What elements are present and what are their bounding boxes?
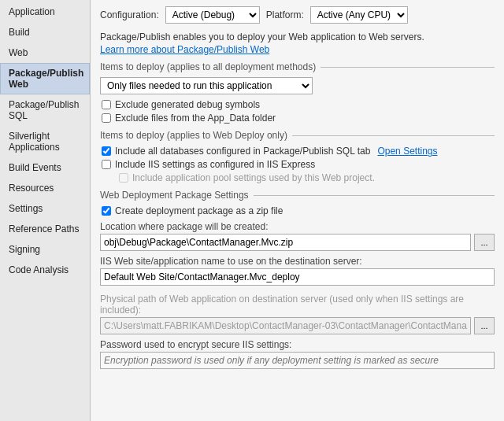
exclude-debug-row: Exclude generated debug symbols (100, 99, 495, 110)
location-browse-btn[interactable]: ... (474, 234, 495, 251)
apppool-checkbox[interactable] (119, 173, 128, 183)
exclude-appdata-checkbox[interactable] (102, 113, 111, 123)
exclude-debug-label: Exclude generated debug symbols (115, 99, 260, 110)
location-input[interactable] (100, 234, 471, 251)
password-input[interactable] (100, 352, 495, 369)
sidebar: Application Build Web Package/Publish We… (0, 0, 91, 421)
sidebar-item-silverlight[interactable]: Silverlight Applications (0, 126, 90, 157)
config-select[interactable]: Active (Debug) (165, 6, 260, 24)
iis-site-label: IIS Web site/application name to use on … (100, 256, 495, 267)
exclude-debug-checkbox[interactable] (102, 100, 111, 109)
sidebar-item-reference-paths[interactable]: Reference Paths (0, 219, 90, 239)
apppool-row: Include application pool settings used b… (100, 172, 495, 183)
platform-select[interactable]: Active (Any CPU) (310, 6, 408, 24)
zip-label: Create deployment package as a zip file (115, 205, 283, 216)
databases-checkbox[interactable] (102, 146, 111, 156)
section-divider-3 (254, 195, 495, 196)
iis-settings-checkbox[interactable] (102, 160, 111, 169)
password-row (100, 352, 495, 369)
physical-label: Physical path of Web application on dest… (100, 294, 495, 316)
web-deploy-section-header: Web Deployment Package Settings (100, 190, 495, 201)
main-content: Configuration: Active (Debug) Platform: … (91, 0, 504, 421)
deploy-webonly-section-label: Items to deploy (applies to Web Deploy o… (100, 130, 287, 141)
zip-checkbox[interactable] (102, 206, 111, 216)
sidebar-item-application[interactable]: Application (0, 2, 90, 22)
deploy-select[interactable]: Only files needed to run this applicatio… (100, 77, 313, 94)
sidebar-item-resources[interactable]: Resources (0, 178, 90, 198)
sidebar-item-code-analysis[interactable]: Code Analysis (0, 260, 90, 280)
sidebar-item-package-publish-sql[interactable]: Package/Publish SQL (0, 94, 90, 126)
physical-input[interactable] (100, 317, 471, 334)
deploy-items-section-label: Items to deploy (applies to all deployme… (100, 61, 316, 72)
databases-row: Include all databases configured in Pack… (100, 146, 495, 157)
section-divider-2 (292, 135, 495, 136)
physical-row: ... (100, 317, 495, 334)
sidebar-item-settings[interactable]: Settings (0, 198, 90, 219)
password-label: Password used to encrypt secure IIS sett… (100, 339, 495, 350)
sidebar-item-build[interactable]: Build (0, 22, 90, 42)
platform-label: Platform: (266, 9, 304, 20)
exclude-appdata-label: Exclude files from the App_Data folder (115, 113, 276, 124)
iis-site-input[interactable] (100, 268, 495, 286)
iis-settings-row: Include IIS settings as configured in II… (100, 159, 495, 170)
desc-text: Package/Publish enables you to deploy yo… (100, 31, 495, 42)
exclude-appdata-row: Exclude files from the App_Data folder (100, 113, 495, 124)
sidebar-item-package-publish-web[interactable]: Package/Publish Web (0, 63, 90, 94)
deploy-items-section-header: Items to deploy (applies to all deployme… (100, 61, 495, 72)
iis-settings-label: Include IIS settings as configured in II… (115, 159, 315, 170)
location-label: Location where package will be created: (100, 221, 495, 232)
config-label: Configuration: (100, 9, 159, 20)
location-row: ... (100, 234, 495, 251)
web-deploy-section-label: Web Deployment Package Settings (100, 190, 249, 201)
config-row: Configuration: Active (Debug) Platform: … (100, 6, 495, 24)
sidebar-item-build-events[interactable]: Build Events (0, 157, 90, 178)
databases-label: Include all databases configured in Pack… (115, 146, 370, 157)
sidebar-item-signing[interactable]: Signing (0, 239, 90, 260)
zip-row: Create deployment package as a zip file (100, 205, 495, 216)
section-divider-1 (321, 67, 495, 68)
sidebar-item-web[interactable]: Web (0, 42, 90, 63)
apppool-label: Include application pool settings used b… (132, 172, 375, 183)
learn-more-link[interactable]: Learn more about Package/Publish Web (100, 44, 495, 55)
deploy-webonly-section-header: Items to deploy (applies to Web Deploy o… (100, 130, 495, 141)
physical-browse-btn[interactable]: ... (474, 317, 495, 334)
open-settings-link[interactable]: Open Settings (377, 146, 437, 157)
